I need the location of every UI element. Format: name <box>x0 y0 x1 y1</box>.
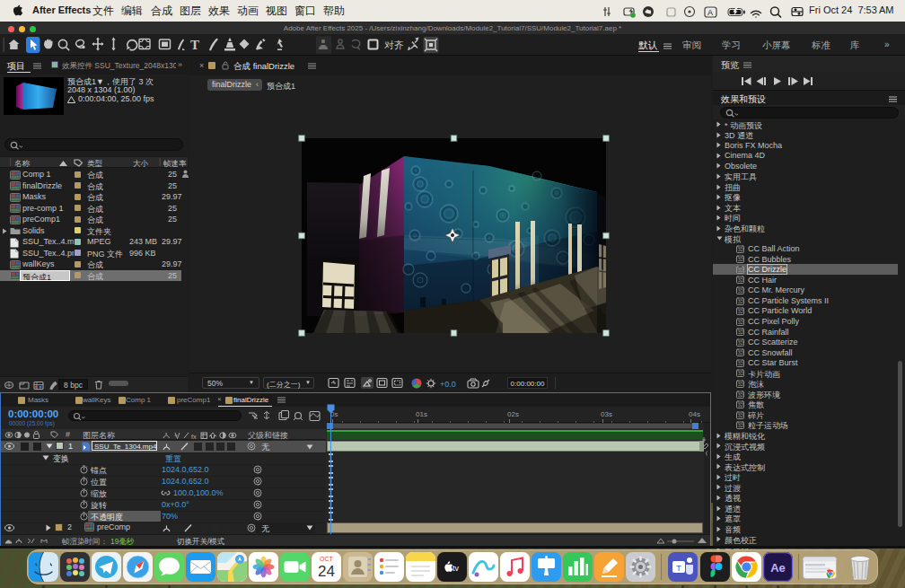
svg-text:32: 32 <box>738 392 743 398</box>
svg-text:32: 32 <box>738 247 743 252</box>
svg-text:32: 32 <box>738 288 743 294</box>
svg-text:T: T <box>190 38 199 52</box>
svg-text:32: 32 <box>738 361 743 366</box>
svg-text:对齐: 对齐 <box>384 39 404 50</box>
svg-text:32: 32 <box>738 320 743 325</box>
svg-text:32: 32 <box>738 309 743 314</box>
svg-text:A: A <box>707 8 713 17</box>
svg-text:32: 32 <box>738 350 743 355</box>
svg-text:fx: fx <box>191 432 197 440</box>
svg-text:32: 32 <box>738 413 743 418</box>
svg-text:32: 32 <box>738 372 743 377</box>
svg-text:32: 32 <box>738 402 743 408</box>
svg-text:32: 32 <box>738 258 743 263</box>
svg-text:32: 32 <box>738 268 743 273</box>
svg-text:Ae: Ae <box>770 561 786 575</box>
svg-text:24: 24 <box>318 563 335 580</box>
svg-text:+0.0: +0.0 <box>440 380 456 389</box>
svg-text:32: 32 <box>738 329 743 335</box>
svg-text:32: 32 <box>738 299 743 304</box>
svg-text:32: 32 <box>738 278 743 284</box>
svg-text:32: 32 <box>738 423 743 428</box>
svg-text:OCT: OCT <box>320 556 334 562</box>
svg-text:32: 32 <box>738 340 743 346</box>
svg-text:T: T <box>676 564 681 573</box>
svg-text:32: 32 <box>738 382 743 387</box>
svg-text:tv: tv <box>452 564 460 573</box>
